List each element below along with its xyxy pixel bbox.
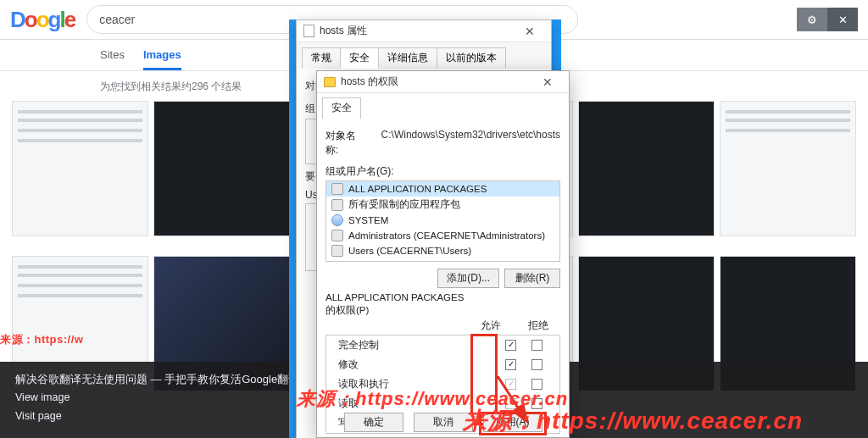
permission-name: 修改: [335, 358, 505, 372]
deny-checkbox[interactable]: [531, 340, 542, 351]
logo: Doogle: [10, 7, 75, 33]
dialog-titlebar[interactable]: hosts 属性 ✕: [297, 20, 551, 42]
permission-row: 修改: [326, 355, 559, 374]
column-deny: 拒绝: [528, 319, 548, 333]
add-button[interactable]: 添加(D)...: [437, 269, 499, 288]
user-icon: [331, 214, 343, 226]
image-result[interactable]: [12, 101, 148, 236]
permissions-for-group: ALL APPLICATION PACKAGES: [326, 292, 464, 302]
remove-button[interactable]: 删除(R): [504, 269, 560, 288]
tab-sites[interactable]: Sites: [100, 48, 125, 70]
list-item-label: ALL APPLICATION PACKAGES: [348, 184, 487, 194]
group-icon: [331, 245, 343, 257]
deny-checkbox[interactable]: [531, 359, 542, 370]
list-item[interactable]: Users (CEACERNET\Users): [326, 243, 559, 258]
permissions-for-label: ALL APPLICATION PACKAGES 的权限(P): [326, 291, 560, 317]
list-item[interactable]: ALL APPLICATION PACKAGES: [326, 181, 559, 197]
tab-security[interactable]: 安全: [340, 47, 379, 69]
allow-checkbox[interactable]: [505, 359, 516, 370]
group-icon: [331, 199, 343, 211]
tab-images[interactable]: Images: [143, 48, 181, 70]
permission-row: 完全控制: [326, 335, 559, 355]
dialog-titlebar[interactable]: hosts 的权限 ✕: [317, 71, 569, 93]
group-icon: [331, 183, 343, 195]
list-item-label: 所有受限制的应用程序包: [348, 198, 460, 211]
watermark-text: 来源：https://w: [0, 332, 83, 347]
dialog-title: hosts 属性: [320, 24, 510, 38]
list-item-label: Users (CEACERNET\Users): [348, 246, 471, 256]
tab-security[interactable]: 安全: [322, 97, 361, 119]
list-item[interactable]: SYSTEM: [326, 213, 559, 228]
group-users-list[interactable]: ALL APPLICATION PACKAGES 所有受限制的应用程序包 SYS…: [326, 180, 560, 262]
image-result[interactable]: [720, 101, 856, 236]
close-icon[interactable]: ✕: [515, 23, 544, 40]
close-icon[interactable]: ✕: [533, 74, 562, 91]
ok-button[interactable]: 确定: [344, 413, 403, 432]
list-item[interactable]: 所有受限制的应用程序包: [326, 197, 559, 213]
background-accent: [289, 19, 296, 438]
settings-icon[interactable]: ⚙: [797, 8, 827, 31]
image-result[interactable]: [153, 101, 290, 236]
window-close-icon[interactable]: ✕: [827, 8, 858, 31]
window-controls: ⚙ ✕: [797, 8, 858, 31]
list-item-label: SYSTEM: [348, 215, 388, 225]
permissions-tabstrip: 安全: [317, 93, 569, 119]
file-icon: [303, 25, 314, 37]
dialog-permissions: hosts 的权限 ✕ 安全 对象名称: C:\Windows\System32…: [316, 70, 570, 438]
tab-details[interactable]: 详细信息: [378, 47, 437, 69]
list-item[interactable]: Administrators (CEACERNET\Administrators…: [326, 228, 559, 243]
group-users-label: 组或用户名(G):: [326, 164, 560, 179]
folder-icon: [324, 77, 336, 87]
object-name-row: 对象名称: C:\Windows\System32\drivers\etc\ho…: [326, 129, 560, 158]
group-icon: [331, 230, 343, 241]
permission-name: 完全控制: [335, 338, 505, 352]
permissions-for-suffix: 的权限(P): [326, 305, 369, 315]
column-allow: 允许: [481, 319, 501, 333]
watermark-text: 来源：https://www.ceacer.cn: [463, 405, 803, 437]
tab-previous-versions[interactable]: 以前的版本: [437, 47, 506, 69]
dialog-title: hosts 的权限: [341, 75, 528, 89]
allow-checkbox[interactable]: [505, 340, 516, 351]
tab-general[interactable]: 常规: [302, 47, 341, 69]
image-result[interactable]: [578, 101, 715, 236]
list-item-label: Administrators (CEACERNET\Administrators…: [348, 230, 545, 241]
object-name-value: C:\Windows\System32\drivers\etc\hosts: [381, 129, 560, 158]
properties-tabstrip: 常规 安全 详细信息 以前的版本: [297, 42, 551, 69]
object-name-label: 对象名称:: [326, 129, 366, 158]
group-buttons: 添加(D)... 删除(R): [326, 269, 560, 288]
permissions-columns: 允许 拒绝: [326, 319, 560, 333]
